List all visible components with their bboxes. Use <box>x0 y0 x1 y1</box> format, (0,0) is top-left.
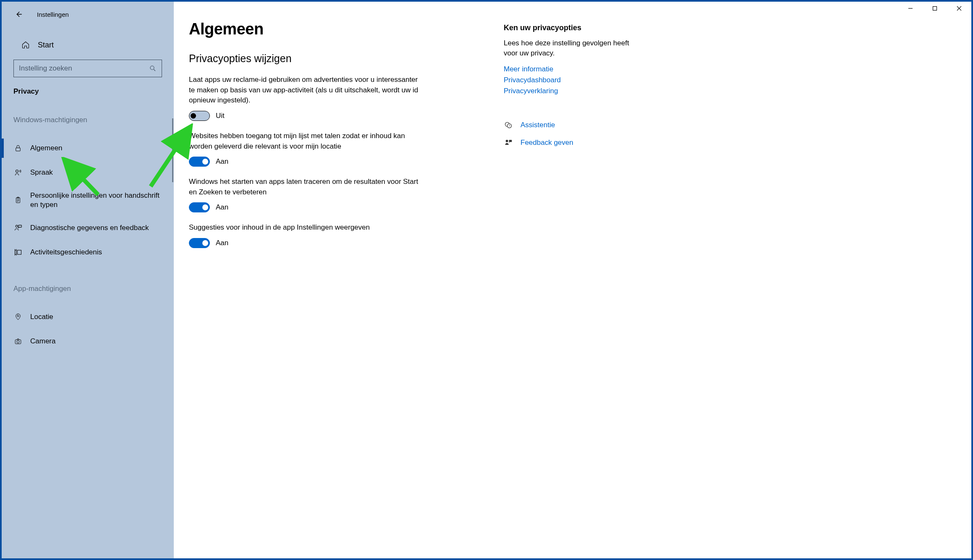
sidebar-item-feedback[interactable]: Diagnostische gegevens en feedback <box>2 216 174 240</box>
feedback-link-label: Feedback geven <box>521 139 573 147</box>
sidebar-item-label: Locatie <box>30 312 53 322</box>
svg-point-8 <box>16 170 18 173</box>
search-icon <box>149 65 157 72</box>
aside-title: Ken uw privacyopties <box>504 24 612 32</box>
app-title: Instellingen <box>37 11 69 18</box>
sidebar-item-clipboard[interactable]: Persoonlijke instellingen voor handschri… <box>2 185 174 216</box>
feedback-icon <box>504 139 513 147</box>
sidebar-item-label: Diagnostische gegevens en feedback <box>30 223 149 233</box>
sidebar-item-history[interactable]: Activiteitsgeschiedenis <box>2 240 174 264</box>
setting-block: Windows het starten van apps laten trace… <box>189 177 458 212</box>
voice-icon <box>13 168 23 177</box>
svg-point-14 <box>16 225 18 227</box>
svg-point-23 <box>17 315 18 315</box>
section-title: Privacyopties wijzigen <box>189 52 458 65</box>
sidebar-item-label: Activiteitsgeschiedenis <box>30 248 102 257</box>
toggle-switch[interactable] <box>189 157 210 167</box>
setting-description: Laat apps uw reclame-id gebruiken om adv… <box>189 75 424 106</box>
svg-point-29 <box>506 140 508 142</box>
svg-point-22 <box>17 315 19 317</box>
sidebar-item-lock[interactable]: Algemeen <box>2 136 174 160</box>
home-button[interactable]: Start <box>2 35 174 55</box>
back-button[interactable] <box>13 9 24 19</box>
toggle-switch[interactable] <box>189 238 210 248</box>
camera-icon <box>13 337 23 346</box>
home-icon <box>21 41 30 49</box>
location-icon <box>13 312 23 322</box>
help-icon: ? <box>504 121 513 129</box>
setting-description: Windows het starten van apps laten trace… <box>189 177 424 197</box>
search-box[interactable] <box>13 60 162 77</box>
svg-rect-17 <box>17 250 21 254</box>
sidebar-item-voice[interactable]: Spraak <box>2 160 174 185</box>
search-input[interactable] <box>19 64 149 73</box>
setting-block: Laat apps uw reclame-id gebruiken om adv… <box>189 75 458 121</box>
sidebar-item-label: Algemeen <box>30 144 63 153</box>
svg-line-6 <box>154 69 155 71</box>
sidebar-section-windows-permissions: Windows-machtigingen <box>13 116 162 124</box>
link-privacy-statement[interactable]: Privacyverklaring <box>504 87 612 95</box>
svg-point-25 <box>17 340 19 343</box>
setting-block: Suggesties voor inhoud in de app Instell… <box>189 222 458 248</box>
sidebar-section-app-permissions: App-machtigingen <box>13 285 162 293</box>
scroll-indicator[interactable] <box>172 118 173 182</box>
toggle-state-label: Uit <box>216 112 225 120</box>
sidebar-item-location[interactable]: Locatie <box>2 305 174 329</box>
setting-block: Websites hebben toegang tot mijn lijst m… <box>189 131 458 167</box>
help-link[interactable]: ? Assistentie <box>504 120 612 130</box>
svg-rect-7 <box>16 148 21 151</box>
sidebar-item-label: Spraak <box>30 168 53 177</box>
home-label: Start <box>38 41 54 50</box>
link-more-info[interactable]: Meer informatie <box>504 65 612 73</box>
toggle-switch[interactable] <box>189 202 210 212</box>
svg-text:?: ? <box>509 124 510 127</box>
sidebar-item-label: Camera <box>30 337 55 346</box>
sidebar-item-label: Persoonlijke instellingen voor handschri… <box>30 191 166 209</box>
setting-description: Websites hebben toegang tot mijn lijst m… <box>189 131 424 152</box>
back-arrow-icon <box>14 10 23 19</box>
aside-desc: Lees hoe deze instelling gevolgen heeft … <box>504 38 612 58</box>
sidebar-section-privacy: Privacy <box>13 87 162 96</box>
toggle-state-label: Aan <box>216 203 228 212</box>
page-title: Algemeen <box>189 20 458 38</box>
svg-rect-16 <box>15 250 16 254</box>
clipboard-icon <box>13 196 23 205</box>
svg-point-5 <box>150 66 154 70</box>
lock-icon <box>13 144 23 153</box>
feedback-icon <box>13 223 23 233</box>
feedback-link[interactable]: Feedback geven <box>504 138 612 147</box>
svg-rect-15 <box>18 225 22 227</box>
sidebar-item-camera[interactable]: Camera <box>2 329 174 352</box>
history-icon <box>13 248 23 257</box>
toggle-state-label: Aan <box>216 157 228 166</box>
help-link-label: Assistentie <box>521 121 555 129</box>
sidebar: Instellingen Start Privacy Windows-macht… <box>2 2 174 352</box>
link-privacy-dashboard[interactable]: Privacydashboard <box>504 76 612 84</box>
toggle-state-label: Aan <box>216 239 228 247</box>
toggle-switch[interactable] <box>189 111 210 121</box>
svg-rect-30 <box>509 140 512 142</box>
setting-description: Suggesties voor inhoud in de app Instell… <box>189 222 424 233</box>
